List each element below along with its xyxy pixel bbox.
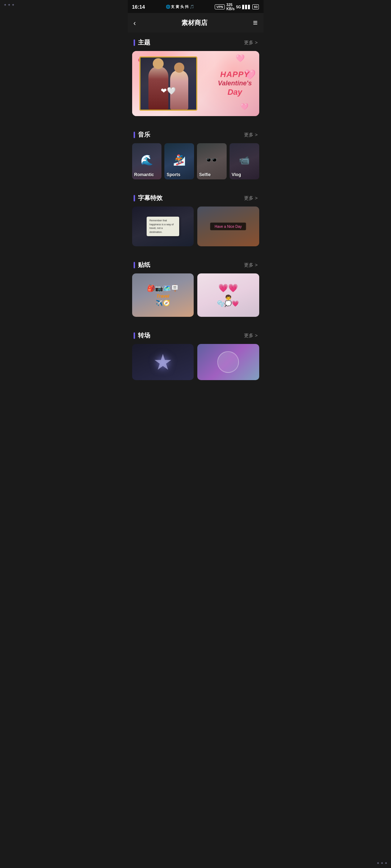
status-right: VPN 325KB/s 5G ▋▋▋ 93 [215,3,259,11]
sticker-travel-emoji: ✈️🧭 [147,299,179,306]
theme-banner[interactable]: ❤ 🤍 🩷 🩷 🩷 ❤🤍 HAPPY Valentine's Day [132,51,259,116]
music-section-title: 音乐 [138,131,150,139]
subtitle-note-overlay: Remember that happiness is a way of trav… [147,217,179,236]
music-section: 音乐 更多 > 🌊 Romantic 🏂 Sports [128,125,264,179]
subtitle-card-note[interactable]: Remember that happiness is a way of trav… [132,207,194,246]
subtitle-card-banner[interactable]: Have a Nice Day [197,207,259,246]
transition-section-title: 转场 [138,331,150,340]
sticker-grid: 🎒📷🗺️🪧 Travel ✈️🧭 💗💗 🧒 🫧💭💗 [128,273,264,317]
sticker-card-heart[interactable]: 💗💗 🧒 🫧💭💗 [197,273,259,317]
music-card-romantic[interactable]: 🌊 Romantic [132,143,162,179]
heart-decoration-3: 🩷 [236,54,245,63]
sticker-travel-content: 🎒📷🗺️🪧 Travel ✈️🧭 [147,284,179,306]
transition-card-gradient[interactable] [197,344,259,380]
music-grid: 🌊 Romantic 🏂 Sports 🕶️ Selfie [128,143,264,179]
sticker-person-icon: 🧒 [217,294,239,300]
status-time: 16:14 [132,4,145,10]
page-title: 素材商店 [181,18,207,27]
banner-happy-text: HAPPY [218,70,252,79]
content-area: 主题 更多 > ❤ 🤍 🩷 🩷 🩷 ❤🤍 [128,33,264,396]
music-label-vlog: Vlog [232,172,241,177]
subtitle-section-title: 字幕特效 [138,194,163,202]
subtitle-banner-text: Have a Nice Day [210,223,246,230]
transition-section-header: 转场 更多 > [128,326,264,344]
subtitle-section-header: 字幕特效 更多 > [128,188,264,207]
transition-section-bar [134,332,135,339]
banner-day-text: Day [218,88,252,97]
music-label-selfie: Selfie [199,172,211,177]
back-button[interactable]: ‹ [134,19,136,27]
subtitle-more-button[interactable]: 更多 > [244,195,257,201]
selfie-scene-icon: 🕶️ [205,154,218,166]
sports-scene-icon: 🏂 [173,154,186,166]
banner-photo-frame: ❤🤍 [139,56,197,111]
banner-photo-inner: ❤🤍 [140,58,196,110]
status-icons: 🌐 支 黄 头 抖 🎵 [166,4,194,9]
sticker-heart-icons: 💗💗 [217,284,239,293]
sticker-card-travel[interactable]: 🎒📷🗺️🪧 Travel ✈️🧭 [132,273,194,317]
transition-title-wrap: 转场 [134,331,150,340]
music-card-selfie[interactable]: 🕶️ Selfie [197,143,227,179]
music-card-romantic-bg: 🌊 Romantic [132,143,162,179]
sticker-section-title: 贴纸 [138,261,150,269]
theme-section-header: 主题 更多 > [128,33,264,51]
theme-section-bar [134,39,135,46]
music-section-header: 音乐 更多 > [128,125,264,143]
signal-icon: ▋▋▋ [242,5,251,9]
music-more-button[interactable]: 更多 > [244,132,257,138]
subtitle-grid: Remember that happiness is a way of trav… [128,207,264,246]
music-section-bar [134,132,135,138]
transition-grid: ★ ✦ ✦ ✦ ✦ ✦ ✦ [128,344,264,380]
music-card-sports[interactable]: 🏂 Sports [164,143,194,179]
music-label-romantic: Romantic [134,172,154,177]
music-card-selfie-bg: 🕶️ Selfie [197,143,227,179]
battery-indicator: 93 [252,4,259,9]
sticker-section: 贴纸 更多 > 🎒📷🗺️🪧 Travel ✈️🧭 💗💗 🧒 🫧💭💗 [128,255,264,317]
theme-section-title: 主题 [138,38,150,47]
sticker-heart-content: 💗💗 🧒 🫧💭💗 [217,284,239,307]
theme-section: 主题 更多 > ❤ 🤍 🩷 🩷 🩷 ❤🤍 [128,33,264,116]
sticker-section-bar [134,262,135,268]
star-shape-icon: ★ [153,349,173,375]
sticker-travel-text: Travel [147,294,179,299]
network-indicator: 5G [236,5,241,9]
heart-decoration-4: 🩷 [240,103,248,111]
subtitle-note-card: Remember that happiness is a way of trav… [147,217,179,236]
sticker-travel-icons: 🎒📷🗺️🪧 [147,284,179,292]
transition-more-button[interactable]: 更多 > [244,332,257,339]
sticker-more-button[interactable]: 更多 > [244,262,257,268]
music-title-wrap: 音乐 [134,131,150,139]
status-bar: 16:14 🌐 支 黄 头 抖 🎵 VPN 325KB/s 5G ▋▋▋ 93 [128,0,264,13]
sticker-section-header: 贴纸 更多 > [128,255,264,273]
sticker-title-wrap: 贴纸 [134,261,150,269]
subtitle-note-text: Remember that happiness is a way of trav… [150,219,174,233]
subtitle-title-wrap: 字幕特效 [134,194,163,202]
subtitle-section-bar [134,195,135,201]
sticker-bubble-icons: 🫧💭💗 [217,300,239,307]
music-card-vlog[interactable]: 📹 Vlog [230,143,259,179]
romantic-scene-icon: 🌊 [140,154,153,166]
banner-valentine-text: Valentine's [218,79,252,88]
vlog-scene-icon: 📹 [239,155,250,165]
vpn-badge: VPN [215,4,225,9]
subtitle-banner-overlay: Have a Nice Day [210,223,246,230]
music-label-sports: Sports [167,172,180,177]
speed-indicator: 325KB/s [226,3,235,11]
music-card-vlog-bg: 📹 Vlog [230,143,259,179]
heart-balloon: ❤🤍 [161,86,176,95]
theme-title-wrap: 主题 [134,38,150,47]
transition-card-star[interactable]: ★ ✦ ✦ ✦ ✦ ✦ ✦ [132,344,194,380]
menu-button[interactable]: ≡ [253,18,258,27]
theme-more-button[interactable]: 更多 > [244,39,257,46]
subtitle-section: 字幕特效 更多 > Remember that happiness is a w… [128,188,264,246]
music-card-sports-bg: 🏂 Sports [164,143,194,179]
banner-text: HAPPY Valentine's Day [218,70,252,97]
transition-section: 转场 更多 > ★ ✦ ✦ ✦ ✦ ✦ ✦ [128,326,264,380]
notification-icons: 🌐 支 黄 头 抖 🎵 [166,4,194,9]
header: ‹ 素材商店 ≡ [128,13,264,33]
transition-circle-shape [217,351,239,373]
